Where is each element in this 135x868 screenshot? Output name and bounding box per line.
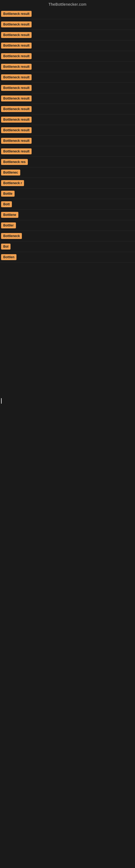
bottleneck-badge: Bottleneck result — [1, 95, 32, 101]
bottleneck-badge: Bottleneck result — [1, 138, 32, 144]
result-row[interactable]: Bottleneck result — [0, 72, 135, 83]
bottleneck-badge: Bottle — [1, 191, 14, 197]
bottleneck-badge: Bott — [1, 201, 12, 207]
result-row[interactable]: Bottleneck r — [0, 178, 135, 188]
result-row[interactable]: Bottleneck result — [0, 9, 135, 19]
result-row[interactable]: Bottlene — [0, 210, 135, 220]
result-row[interactable]: Bottleneck result — [0, 62, 135, 72]
result-row[interactable]: Bottleneck — [0, 231, 135, 241]
result-row[interactable]: Bottle — [0, 188, 135, 199]
result-row[interactable]: Bol — [0, 241, 135, 252]
bottleneck-badge: Bottlen — [1, 254, 16, 260]
page-wrapper: TheBottlenecker.com Bottleneck resultBot… — [0, 0, 135, 425]
result-row[interactable]: Bottleneck result — [0, 125, 135, 135]
result-row[interactable]: Bottleneck result — [0, 51, 135, 62]
result-row[interactable]: Bottlenec — [0, 167, 135, 178]
bottleneck-badge: Bottleneck result — [1, 127, 32, 133]
bottleneck-badge: Bottleneck result — [1, 42, 32, 49]
result-row[interactable]: Bott — [0, 199, 135, 210]
bottleneck-badge: Bottleneck — [1, 233, 22, 239]
bottleneck-badge: Bottleneck result — [1, 106, 32, 112]
bottleneck-badge: Bottler — [1, 222, 16, 228]
bottleneck-badge: Bol — [1, 244, 10, 250]
bottleneck-badge: Bottleneck result — [1, 148, 32, 154]
result-row[interactable]: Bottleneck result — [0, 135, 135, 146]
bottleneck-badge: Bottleneck r — [1, 180, 24, 186]
bottleneck-badge: Bottleneck result — [1, 64, 32, 70]
bottleneck-badge: Bottlenec — [1, 169, 20, 176]
cursor-indicator — [1, 398, 2, 404]
bottleneck-badge: Bottleneck result — [1, 85, 32, 91]
result-row[interactable]: Bottleneck result — [0, 104, 135, 115]
bottleneck-badge: Bottleneck result — [1, 11, 32, 17]
bottleneck-badge: Bottleneck res — [1, 159, 28, 165]
result-row[interactable]: Bottleneck result — [0, 40, 135, 51]
bottleneck-badge: Bottleneck result — [1, 22, 32, 27]
result-row[interactable]: Bottlen — [0, 252, 135, 262]
result-row[interactable]: Bottleneck result — [0, 30, 135, 40]
bottleneck-badge: Bottleneck result — [1, 74, 32, 80]
bottleneck-badge: Bottleneck result — [1, 117, 32, 123]
bottleneck-badge: Bottlene — [1, 212, 18, 218]
bottleneck-badge: Bottleneck result — [1, 32, 32, 38]
result-row[interactable]: Bottleneck result — [0, 115, 135, 125]
result-row[interactable]: Bottleneck result — [0, 83, 135, 93]
result-row[interactable]: Bottleneck result — [0, 93, 135, 104]
result-row[interactable]: Bottleneck result — [0, 19, 135, 30]
result-row[interactable]: Bottleneck result — [0, 146, 135, 157]
result-row[interactable]: Bottler — [0, 220, 135, 231]
bottleneck-badge: Bottleneck result — [1, 53, 32, 59]
result-row[interactable]: Bottleneck res — [0, 157, 135, 167]
site-title: TheBottlenecker.com — [0, 0, 135, 9]
results-container: Bottleneck resultBottleneck resultBottle… — [0, 9, 135, 262]
